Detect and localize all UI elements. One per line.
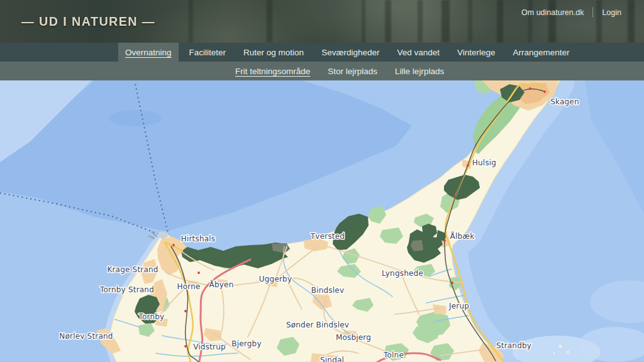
map-place-label: Bjergby <box>231 339 261 348</box>
nav-item-arrangementer[interactable]: Arrangementer <box>506 43 577 62</box>
nav-item-faciliteter[interactable]: Faciliteter <box>182 43 233 62</box>
sub-navigation: Frit teltningsområde Stor lejrplads Lill… <box>0 62 644 80</box>
map-place-label: Hirtshals <box>181 234 216 243</box>
main-navigation: Overnatning Faciliteter Ruter og motion … <box>0 43 644 62</box>
map-place-label: Sindal <box>320 356 344 362</box>
site-logo[interactable]: — UD I NATUREN — <box>21 14 155 29</box>
map-place-label: Krage Strand <box>107 265 158 274</box>
map-place-label: Lyngshede <box>382 269 423 278</box>
subnav-item-stor-lejrplads[interactable]: Stor lejrplads <box>320 67 385 76</box>
map-place-label: Uggerby <box>259 275 292 283</box>
map-place-label: Tornby Strand <box>99 285 154 294</box>
about-link[interactable]: Om udinaturen.dk <box>521 8 584 17</box>
map-place-label: Nørlev Strand <box>59 332 113 341</box>
map-place-label: Strandby <box>496 341 531 350</box>
nav-item-ved-vandet[interactable]: Ved vandet <box>390 43 447 62</box>
dotted-separator <box>592 8 593 17</box>
map-place-label: Vidstrup <box>193 343 226 351</box>
map-place-label: Jerup <box>448 302 469 310</box>
subnav-item-frit-teltningsomraade[interactable]: Frit teltningsområde <box>228 67 318 76</box>
nav-item-overnatning[interactable]: Overnatning <box>118 43 179 62</box>
map-place-label: Tolne <box>383 351 404 359</box>
map-place-label: Mosbjerg <box>336 333 371 342</box>
map-place-label: Åbyen <box>209 280 234 289</box>
map-viewport[interactable]: SkagenHulsigHirtshalsKrage StrandTornby … <box>0 80 644 362</box>
map-place-label: Bindslev <box>311 286 344 295</box>
nav-item-sevaerdigheder[interactable]: Seværdigheder <box>314 43 386 62</box>
site-header: — UD I NATUREN — Om udinaturen.dk Login <box>0 0 644 43</box>
map-place-label: Skagen <box>550 97 579 106</box>
map-place-label: Ålbæk <box>450 231 475 241</box>
map-place-label: Horne <box>177 282 200 291</box>
nav-item-ruter-og-motion[interactable]: Ruter og motion <box>236 43 311 62</box>
map-place-label: Tversted <box>310 232 345 241</box>
subnav-item-lille-lejrplads[interactable]: Lille lejrplads <box>387 67 452 76</box>
login-link[interactable]: Login <box>602 8 621 17</box>
nav-item-vinterlege[interactable]: Vinterlege <box>450 43 502 62</box>
map-place-label: Tornby <box>138 312 165 321</box>
map-place-label: Hulsig <box>472 158 496 167</box>
map-canvas: SkagenHulsigHirtshalsKrage StrandTornby … <box>0 80 644 362</box>
map-place-label: Sønder Bindslev <box>286 321 349 329</box>
